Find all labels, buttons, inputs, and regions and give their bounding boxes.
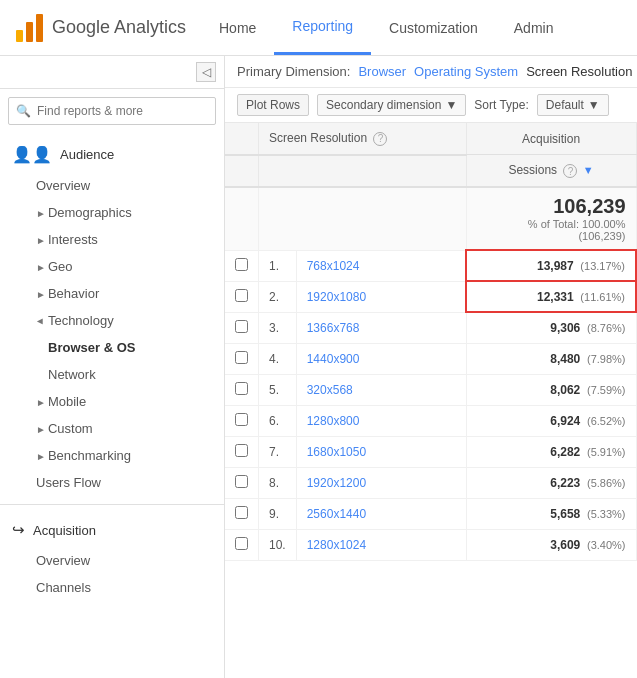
row-checkbox-4[interactable] [235, 351, 248, 364]
plot-rows-button[interactable]: Plot Rows [237, 94, 309, 116]
search-icon: 🔍 [16, 104, 31, 118]
dim-browser[interactable]: Browser [358, 64, 406, 79]
row-dim-9: 2560x1440 [296, 498, 466, 529]
sidebar-item-network[interactable]: Network [0, 361, 224, 388]
chevron-down-icon: ▼ [445, 98, 457, 112]
sidebar-item-users-flow[interactable]: Users Flow [0, 469, 224, 496]
expand-arrow-demographics: ► [36, 208, 46, 219]
table-row: 1. 768x1024 13,987 (13.17%) [225, 250, 636, 281]
row-checkbox-1[interactable] [235, 258, 248, 271]
dim-screen-resolution[interactable]: Screen Resolution [526, 64, 632, 79]
row-checkbox-7[interactable] [235, 444, 248, 457]
row-dim-7: 1680x1050 [296, 436, 466, 467]
sidebar-item-geo[interactable]: ►Geo [0, 253, 224, 280]
total-row: 106,239 % of Total: 100.00% (106,239) [225, 187, 636, 250]
sort-desc-icon: ▼ [583, 164, 594, 176]
row-dim-1: 768x1024 [296, 250, 466, 281]
dim-operating-system[interactable]: Operating System [414, 64, 518, 79]
svg-rect-2 [36, 14, 43, 42]
row-checkbox-10[interactable] [235, 537, 248, 550]
row-num-6: 6. [259, 405, 297, 436]
sidebar-item-mobile[interactable]: ►Mobile [0, 388, 224, 415]
secondary-bar: Plot Rows Secondary dimension ▼ Sort Typ… [225, 88, 637, 123]
sidebar-section-acquisition: ↪ Acquisition Overview Channels [0, 509, 224, 605]
sort-type-label: Sort Type: [474, 98, 528, 112]
header: Google Analytics Home Reporting Customiz… [0, 0, 637, 56]
sidebar-item-audience[interactable]: 👤👤 Audience [0, 137, 224, 172]
row-num-10: 10. [259, 529, 297, 560]
row-dim-5: 320x568 [296, 374, 466, 405]
nav-reporting[interactable]: Reporting [274, 0, 371, 55]
row-sessions-1: 13,987 (13.17%) [466, 250, 636, 281]
total-sessions-cell: 106,239 % of Total: 100.00% (106,239) [466, 187, 636, 250]
chevron-down-sort-icon: ▼ [588, 98, 600, 112]
table-row: 10. 1280x1024 3,609 (3.40%) [225, 529, 636, 560]
total-pct-detail: (106,239) [477, 230, 626, 242]
primary-dimension-bar: Primary Dimension: Browser Operating Sys… [225, 56, 637, 88]
row-checkbox-5[interactable] [235, 382, 248, 395]
expand-arrow-mobile: ► [36, 397, 46, 408]
th-checkbox2 [225, 155, 259, 187]
sidebar-item-custom[interactable]: ►Custom [0, 415, 224, 442]
row-num-4: 4. [259, 343, 297, 374]
table-row: 4. 1440x900 8,480 (7.98%) [225, 343, 636, 374]
row-dim-4: 1440x900 [296, 343, 466, 374]
help-icon-dim[interactable]: ? [373, 132, 387, 146]
table-row: 3. 1366x768 9,306 (8.76%) [225, 312, 636, 343]
row-checkbox-2[interactable] [235, 289, 248, 302]
expand-arrow-behavior: ► [36, 289, 46, 300]
row-dim-2: 1920x1080 [296, 281, 466, 312]
row-num-9: 9. [259, 498, 297, 529]
secondary-dimension-dropdown[interactable]: Secondary dimension ▼ [317, 94, 466, 116]
row-sessions-3: 9,306 (8.76%) [466, 312, 636, 343]
row-num-7: 7. [259, 436, 297, 467]
nav-home[interactable]: Home [201, 0, 274, 55]
sidebar-item-benchmarking[interactable]: ►Benchmarking [0, 442, 224, 469]
row-sessions-8: 6,223 (5.86%) [466, 467, 636, 498]
row-num-5: 5. [259, 374, 297, 405]
sidebar-item-behavior[interactable]: ►Behavior [0, 280, 224, 307]
expand-arrow-custom: ► [36, 424, 46, 435]
row-dim-3: 1366x768 [296, 312, 466, 343]
row-checkbox-8[interactable] [235, 475, 248, 488]
sort-type-dropdown[interactable]: Default ▼ [537, 94, 609, 116]
total-label-cell [259, 187, 467, 250]
logo-text: Google Analytics [52, 17, 186, 38]
expand-arrow-geo: ► [36, 262, 46, 273]
expand-arrow-interests: ► [36, 235, 46, 246]
row-sessions-7: 6,282 (5.91%) [466, 436, 636, 467]
row-checkbox-6[interactable] [235, 413, 248, 426]
sidebar-item-technology[interactable]: ▼Technology [0, 307, 224, 334]
row-sessions-2: 12,331 (11.61%) [466, 281, 636, 312]
sidebar-item-browser-os[interactable]: Browser & OS [0, 334, 224, 361]
people-icon: 👤👤 [12, 145, 52, 164]
nav-admin[interactable]: Admin [496, 0, 572, 55]
help-icon-sessions[interactable]: ? [563, 164, 577, 178]
th-screen-resolution: Screen Resolution ? [259, 123, 467, 155]
nav-customization[interactable]: Customization [371, 0, 496, 55]
sidebar-item-interests[interactable]: ►Interests [0, 226, 224, 253]
sidebar-item-demographics[interactable]: ►Demographics [0, 199, 224, 226]
row-dim-6: 1280x800 [296, 405, 466, 436]
row-sessions-4: 8,480 (7.98%) [466, 343, 636, 374]
main-content: Primary Dimension: Browser Operating Sys… [225, 56, 637, 678]
row-checkbox-9[interactable] [235, 506, 248, 519]
sidebar-item-acquisition[interactable]: ↪ Acquisition [0, 513, 224, 547]
row-num-8: 8. [259, 467, 297, 498]
sidebar-collapse-button[interactable]: ◁ [196, 62, 216, 82]
layout: ◁ 🔍 👤👤 Audience Overview ►Demographics ►… [0, 56, 637, 678]
row-checkbox-3[interactable] [235, 320, 248, 333]
search-input[interactable] [8, 97, 216, 125]
sidebar-item-overview[interactable]: Overview [0, 172, 224, 199]
sidebar-item-channels[interactable]: Channels [0, 574, 224, 601]
th-dim-spacer [259, 155, 467, 187]
sidebar-section-audience: 👤👤 Audience Overview ►Demographics ►Inte… [0, 133, 224, 500]
row-num-1: 1. [259, 250, 297, 281]
search-box: 🔍 [8, 97, 216, 125]
table-row: 8. 1920x1200 6,223 (5.86%) [225, 467, 636, 498]
table-row: 9. 2560x1440 5,658 (5.33%) [225, 498, 636, 529]
sidebar-item-acquisition-overview[interactable]: Overview [0, 547, 224, 574]
acquisition-icon: ↪ [12, 521, 25, 539]
logo-area: Google Analytics [16, 14, 201, 42]
sidebar-audience-label: Audience [60, 147, 114, 162]
